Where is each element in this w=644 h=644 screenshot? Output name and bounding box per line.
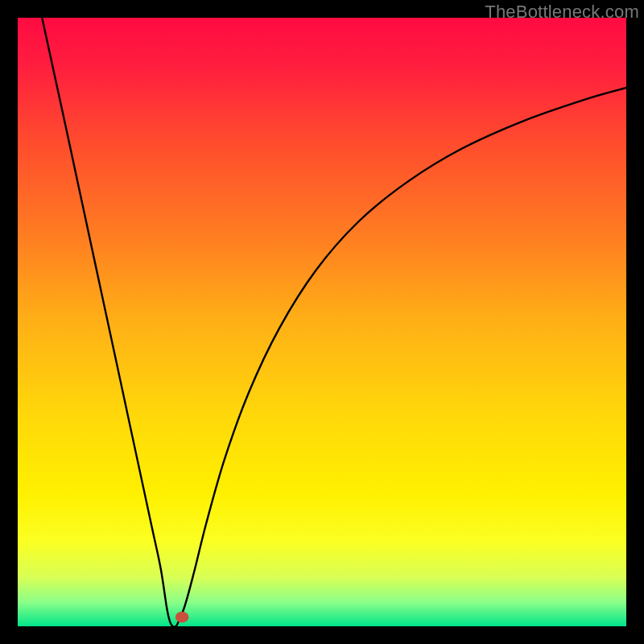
- chart-frame: TheBottleneck.com: [0, 0, 644, 644]
- gradient-background: [18, 18, 626, 626]
- chart-svg: [18, 18, 626, 626]
- optimum-marker-icon: [175, 612, 189, 623]
- watermark-label: TheBottleneck.com: [485, 2, 639, 23]
- chart-plot-area: [18, 18, 626, 626]
